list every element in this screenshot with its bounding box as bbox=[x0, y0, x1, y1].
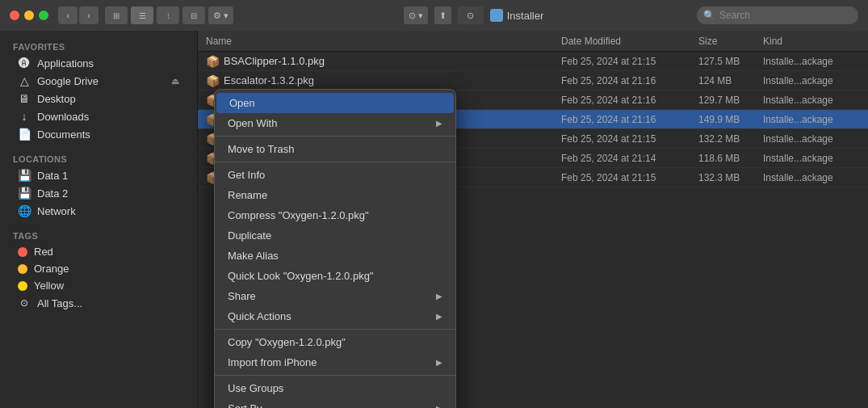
ctx-import-iphone[interactable]: Import from iPhone ▶ bbox=[215, 352, 455, 372]
all-tags-icon: ⊙ bbox=[18, 297, 31, 309]
action-button[interactable]: ⊙▾ bbox=[404, 6, 428, 24]
table-row[interactable]: 📦 BSAClipper-1.1.0.pkg Feb 25, 2024 at 2… bbox=[198, 52, 868, 71]
file-name: Escalator-1.3.2.pkg bbox=[224, 74, 561, 86]
icon-view-button[interactable]: ⊞ bbox=[105, 6, 128, 24]
sidebar-item-label: Applications bbox=[37, 57, 94, 69]
ctx-use-groups[interactable]: Use Groups bbox=[215, 378, 455, 398]
ctx-compress[interactable]: Compress "Oxygen-1.2.0.pkg" bbox=[215, 205, 455, 225]
search-placeholder: Search bbox=[719, 10, 750, 21]
minimize-button[interactable] bbox=[24, 11, 34, 20]
file-date: Feb 25, 2024 at 21:16 bbox=[561, 95, 698, 106]
sidebar-item-label: Orange bbox=[34, 263, 69, 275]
ctx-sort-by[interactable]: Sort By ▶ bbox=[215, 398, 455, 408]
file-kind: Installe...ackage bbox=[763, 172, 860, 183]
ctx-rename[interactable]: Rename bbox=[215, 185, 455, 205]
search-box[interactable]: 🔍 Search bbox=[697, 6, 858, 24]
tags-header: Tags bbox=[0, 226, 197, 243]
sidebar-item-google-drive[interactable]: △ Google Drive ⏏ bbox=[5, 72, 192, 90]
desktop-icon: 🖥 bbox=[18, 92, 31, 105]
file-kind: Installe...ackage bbox=[763, 153, 860, 164]
file-size: 118.6 MB bbox=[698, 153, 763, 164]
eject-icon[interactable]: ⏏ bbox=[171, 76, 179, 86]
sidebar-item-label: Desktop bbox=[37, 93, 76, 105]
file-size: 132.2 MB bbox=[698, 133, 763, 145]
file-date: Feb 25, 2024 at 21:15 bbox=[561, 133, 698, 145]
sidebar-item-label: Yellow bbox=[34, 280, 64, 292]
main-content: Favorites 🅐 Applications △ Google Drive … bbox=[0, 31, 868, 408]
toolbar-center: ⊙▾ ⬆ ⊙ Installer bbox=[257, 6, 690, 24]
maximize-button[interactable] bbox=[39, 11, 48, 20]
sidebar-item-tag-orange[interactable]: Orange bbox=[5, 260, 192, 277]
ctx-copy-label: Copy "Oxygen-1.2.0.pkg" bbox=[228, 336, 442, 348]
ctx-get-info[interactable]: Get Info bbox=[215, 165, 455, 185]
title-text: Installer bbox=[507, 10, 544, 22]
ctx-use-groups-label: Use Groups bbox=[228, 382, 442, 394]
ctx-rename-label: Rename bbox=[228, 189, 442, 201]
applications-icon: 🅐 bbox=[18, 57, 31, 69]
sidebar-item-applications[interactable]: 🅐 Applications bbox=[5, 54, 192, 72]
sidebar-item-data1[interactable]: 💾 Data 1 bbox=[5, 166, 192, 184]
sidebar-item-data2[interactable]: 💾 Data 2 bbox=[5, 184, 192, 202]
sidebar-item-label: Google Drive bbox=[37, 75, 99, 87]
ctx-share-label: Share bbox=[228, 290, 436, 302]
favorites-header: Favorites bbox=[0, 37, 197, 54]
ctx-quick-look[interactable]: Quick Look "Oxygen-1.2.0.pkg" bbox=[215, 266, 455, 286]
col-size-header: Size bbox=[698, 36, 763, 47]
ctx-duplicate[interactable]: Duplicate bbox=[215, 225, 455, 246]
sidebar-item-documents[interactable]: 📄 Documents bbox=[5, 125, 192, 143]
pkg-icon: 📦 bbox=[206, 55, 219, 68]
close-button[interactable] bbox=[10, 11, 19, 20]
ctx-open[interactable]: Open bbox=[216, 93, 454, 113]
col-name-header: Name bbox=[206, 36, 561, 47]
ctx-copy[interactable]: Copy "Oxygen-1.2.0.pkg" bbox=[215, 332, 455, 352]
sidebar-item-label: Documents bbox=[37, 128, 90, 141]
ctx-quick-actions[interactable]: Quick Actions ▶ bbox=[215, 306, 455, 326]
sidebar-item-downloads[interactable]: ↓ Downloads bbox=[5, 107, 192, 125]
ctx-compress-label: Compress "Oxygen-1.2.0.pkg" bbox=[228, 209, 442, 221]
sidebar-item-network[interactable]: 🌐 Network bbox=[5, 202, 192, 220]
search-icon: 🔍 bbox=[703, 10, 715, 21]
list-view-button[interactable]: ☰ bbox=[131, 6, 153, 24]
ctx-open-with[interactable]: Open With ▶ bbox=[215, 113, 455, 133]
tag-yellow-dot bbox=[18, 281, 27, 291]
share-button[interactable]: ⬆ bbox=[434, 6, 451, 24]
documents-icon: 📄 bbox=[18, 128, 31, 141]
ctx-move-to-trash-label: Move to Trash bbox=[228, 143, 442, 155]
sidebar-item-all-tags[interactable]: ⊙ All Tags... bbox=[5, 294, 192, 312]
ctx-quick-actions-label: Quick Actions bbox=[228, 310, 436, 322]
file-kind: Installe...ackage bbox=[763, 133, 860, 145]
ctx-quick-look-label: Quick Look "Oxygen-1.2.0.pkg" bbox=[228, 270, 442, 282]
ctx-separator-4 bbox=[215, 375, 455, 376]
tag-red-dot bbox=[18, 247, 27, 257]
sidebar-item-tag-yellow[interactable]: Yellow bbox=[5, 277, 192, 294]
file-date: Feb 25, 2024 at 21:14 bbox=[561, 153, 698, 164]
ctx-separator-1 bbox=[215, 136, 455, 137]
file-date: Feb 25, 2024 at 21:16 bbox=[561, 75, 698, 86]
sidebar-item-desktop[interactable]: 🖥 Desktop bbox=[5, 90, 192, 107]
submenu-arrow: ▶ bbox=[436, 358, 442, 367]
forward-button[interactable]: › bbox=[79, 6, 99, 24]
gallery-view-button[interactable]: ⊟ bbox=[182, 6, 205, 24]
sidebar-item-label: Network bbox=[37, 205, 76, 217]
ctx-duplicate-label: Duplicate bbox=[228, 229, 442, 242]
file-size: 127.5 MB bbox=[698, 56, 763, 67]
ctx-share[interactable]: Share ▶ bbox=[215, 286, 455, 306]
file-size: 124 MB bbox=[698, 75, 763, 86]
ctx-make-alias[interactable]: Make Alias bbox=[215, 246, 455, 266]
file-kind: Installe...ackage bbox=[763, 75, 860, 86]
locations-header: Locations bbox=[0, 149, 197, 166]
column-view-button[interactable]: ⫶ bbox=[157, 6, 179, 24]
table-row[interactable]: 📦 Escalator-1.3.2.pkg Feb 25, 2024 at 21… bbox=[198, 71, 868, 90]
sidebar-item-tag-red[interactable]: Red bbox=[5, 243, 192, 260]
sidebar: Favorites 🅐 Applications △ Google Drive … bbox=[0, 31, 198, 408]
file-kind: Installe...ackage bbox=[763, 56, 860, 67]
sidebar-item-label: All Tags... bbox=[37, 297, 82, 309]
folder-icon bbox=[490, 9, 503, 22]
titlebar: ‹ › ⊞ ☰ ⫶ ⊟ ⚙▾ ⊙▾ ⬆ ⊙ Installer 🔍 Search bbox=[0, 0, 868, 31]
tag-button[interactable]: ⊙ bbox=[458, 6, 484, 24]
back-button[interactable]: ‹ bbox=[58, 6, 78, 24]
sidebar-item-label: Data 2 bbox=[37, 187, 68, 200]
network-icon: 🌐 bbox=[18, 204, 31, 217]
ctx-move-to-trash[interactable]: Move to Trash bbox=[215, 139, 455, 159]
view-options-button[interactable]: ⚙▾ bbox=[208, 6, 233, 24]
